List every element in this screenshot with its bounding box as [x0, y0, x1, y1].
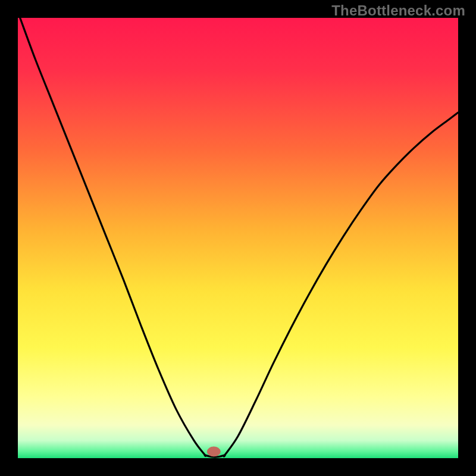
minimum-marker: [207, 447, 220, 456]
chart-svg: [18, 18, 458, 458]
watermark-text: TheBottleneck.com: [331, 2, 465, 19]
chart-frame: TheBottleneck.com: [0, 0, 476, 476]
gradient-background: [18, 18, 458, 458]
plot-area: [18, 18, 458, 458]
